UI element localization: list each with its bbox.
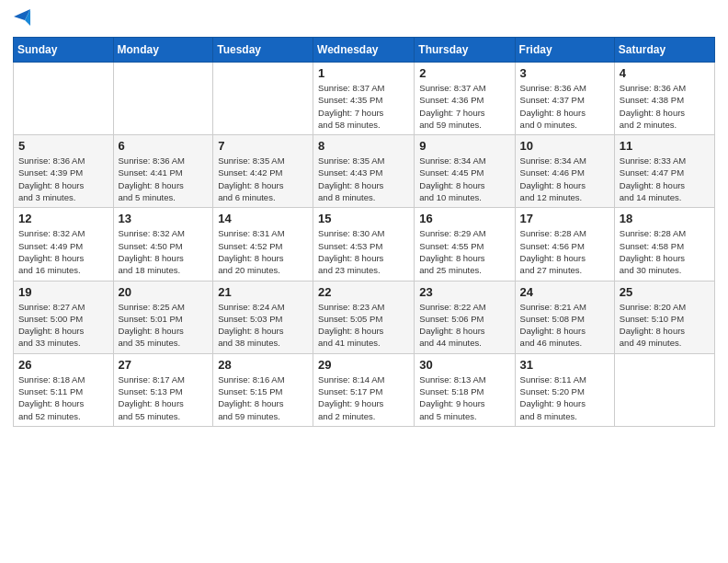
day-info: Sunrise: 8:35 AM Sunset: 4:43 PM Dayligh… (318, 155, 409, 203)
day-info: Sunrise: 8:32 AM Sunset: 4:50 PM Dayligh… (119, 227, 209, 276)
day-number: 24 (520, 285, 609, 299)
day-info: Sunrise: 8:28 AM Sunset: 4:56 PM Dayligh… (520, 227, 609, 276)
calendar-cell (14, 63, 114, 135)
day-number: 14 (218, 212, 308, 225)
day-number: 1 (318, 66, 409, 80)
day-number: 11 (620, 139, 710, 153)
day-number: 13 (119, 212, 209, 225)
calendar-cell: 13Sunrise: 8:32 AM Sunset: 4:50 PM Dayli… (113, 208, 213, 281)
day-number: 20 (119, 285, 209, 299)
calendar-cell: 25Sunrise: 8:20 AM Sunset: 5:10 PM Dayli… (614, 281, 714, 353)
day-info: Sunrise: 8:27 AM Sunset: 5:00 PM Dayligh… (18, 301, 108, 350)
day-of-week-header: Tuesday (213, 38, 313, 63)
day-info: Sunrise: 8:11 AM Sunset: 5:20 PM Dayligh… (520, 373, 609, 422)
day-number: 29 (318, 358, 409, 372)
day-info: Sunrise: 8:18 AM Sunset: 5:11 PM Dayligh… (18, 373, 108, 422)
day-info: Sunrise: 8:36 AM Sunset: 4:37 PM Dayligh… (520, 82, 609, 131)
calendar-cell: 8Sunrise: 8:35 AM Sunset: 4:43 PM Daylig… (313, 135, 415, 208)
day-info: Sunrise: 8:36 AM Sunset: 4:41 PM Dayligh… (119, 155, 209, 203)
calendar-table: SundayMondayTuesdayWednesdayThursdayFrid… (13, 37, 715, 427)
calendar-week-row: 12Sunrise: 8:32 AM Sunset: 4:49 PM Dayli… (14, 208, 715, 281)
day-info: Sunrise: 8:36 AM Sunset: 4:39 PM Dayligh… (18, 155, 108, 203)
calendar-cell: 15Sunrise: 8:30 AM Sunset: 4:53 PM Dayli… (313, 208, 415, 281)
day-number: 10 (520, 139, 609, 153)
day-info: Sunrise: 8:20 AM Sunset: 5:10 PM Dayligh… (620, 301, 710, 350)
day-number: 26 (18, 358, 108, 372)
day-number: 9 (419, 139, 509, 153)
day-number: 30 (419, 358, 509, 372)
day-info: Sunrise: 8:23 AM Sunset: 5:05 PM Dayligh… (318, 301, 409, 350)
day-info: Sunrise: 8:29 AM Sunset: 4:55 PM Dayligh… (419, 227, 509, 276)
calendar-cell: 11Sunrise: 8:33 AM Sunset: 4:47 PM Dayli… (614, 135, 714, 208)
day-number: 8 (318, 139, 409, 153)
calendar-cell: 4Sunrise: 8:36 AM Sunset: 4:38 PM Daylig… (614, 63, 714, 135)
calendar-cell: 27Sunrise: 8:17 AM Sunset: 5:13 PM Dayli… (113, 353, 213, 426)
calendar-cell: 28Sunrise: 8:16 AM Sunset: 5:15 PM Dayli… (213, 353, 313, 426)
calendar-cell: 6Sunrise: 8:36 AM Sunset: 4:41 PM Daylig… (113, 135, 213, 208)
day-info: Sunrise: 8:25 AM Sunset: 5:01 PM Dayligh… (119, 301, 209, 350)
day-number: 28 (218, 358, 308, 372)
day-number: 2 (419, 66, 509, 80)
calendar-cell: 30Sunrise: 8:13 AM Sunset: 5:18 PM Dayli… (415, 353, 515, 426)
logo-bird-icon (14, 9, 30, 29)
calendar-cell: 9Sunrise: 8:34 AM Sunset: 4:45 PM Daylig… (415, 135, 515, 208)
day-number: 15 (318, 212, 409, 225)
calendar-cell (614, 353, 714, 426)
day-number: 18 (620, 212, 710, 225)
day-info: Sunrise: 8:37 AM Sunset: 4:35 PM Dayligh… (318, 82, 409, 131)
day-info: Sunrise: 8:35 AM Sunset: 4:42 PM Dayligh… (218, 155, 308, 203)
day-info: Sunrise: 8:16 AM Sunset: 5:15 PM Dayligh… (218, 373, 308, 422)
calendar-week-row: 5Sunrise: 8:36 AM Sunset: 4:39 PM Daylig… (14, 135, 715, 208)
calendar-cell: 16Sunrise: 8:29 AM Sunset: 4:55 PM Dayli… (415, 208, 515, 281)
calendar-cell: 19Sunrise: 8:27 AM Sunset: 5:00 PM Dayli… (14, 281, 114, 353)
calendar-cell: 23Sunrise: 8:22 AM Sunset: 5:06 PM Dayli… (415, 281, 515, 353)
calendar-cell: 22Sunrise: 8:23 AM Sunset: 5:05 PM Dayli… (313, 281, 415, 353)
day-info: Sunrise: 8:30 AM Sunset: 4:53 PM Dayligh… (318, 227, 409, 276)
day-info: Sunrise: 8:37 AM Sunset: 4:36 PM Dayligh… (419, 82, 509, 131)
day-of-week-header: Monday (113, 38, 213, 63)
day-number: 23 (419, 285, 509, 299)
calendar-header-row: SundayMondayTuesdayWednesdayThursdayFrid… (14, 38, 715, 63)
calendar-cell: 29Sunrise: 8:14 AM Sunset: 5:17 PM Dayli… (313, 353, 415, 426)
day-number: 25 (620, 285, 710, 299)
calendar-cell: 3Sunrise: 8:36 AM Sunset: 4:37 PM Daylig… (515, 63, 614, 135)
calendar-cell: 20Sunrise: 8:25 AM Sunset: 5:01 PM Dayli… (113, 281, 213, 353)
calendar-cell: 12Sunrise: 8:32 AM Sunset: 4:49 PM Dayli… (14, 208, 114, 281)
day-of-week-header: Wednesday (313, 38, 415, 63)
day-number: 4 (620, 66, 710, 80)
calendar-week-row: 1Sunrise: 8:37 AM Sunset: 4:35 PM Daylig… (14, 63, 715, 135)
day-number: 7 (218, 139, 308, 153)
day-info: Sunrise: 8:28 AM Sunset: 4:58 PM Dayligh… (620, 227, 710, 276)
day-info: Sunrise: 8:31 AM Sunset: 4:52 PM Dayligh… (218, 227, 308, 276)
day-number: 6 (119, 139, 209, 153)
day-number: 5 (18, 139, 108, 153)
day-number: 21 (218, 285, 308, 299)
calendar-cell: 24Sunrise: 8:21 AM Sunset: 5:08 PM Dayli… (515, 281, 614, 353)
calendar-cell: 21Sunrise: 8:24 AM Sunset: 5:03 PM Dayli… (213, 281, 313, 353)
calendar-week-row: 26Sunrise: 8:18 AM Sunset: 5:11 PM Dayli… (14, 353, 715, 426)
day-number: 22 (318, 285, 409, 299)
day-number: 12 (18, 212, 108, 225)
day-info: Sunrise: 8:14 AM Sunset: 5:17 PM Dayligh… (318, 373, 409, 422)
calendar-cell (113, 63, 213, 135)
day-number: 3 (520, 66, 609, 80)
calendar-cell (213, 63, 313, 135)
calendar-cell: 1Sunrise: 8:37 AM Sunset: 4:35 PM Daylig… (313, 63, 415, 135)
day-number: 31 (520, 358, 609, 372)
day-info: Sunrise: 8:22 AM Sunset: 5:06 PM Dayligh… (419, 301, 509, 350)
day-info: Sunrise: 8:33 AM Sunset: 4:47 PM Dayligh… (620, 155, 710, 203)
logo (13, 9, 30, 31)
calendar-week-row: 19Sunrise: 8:27 AM Sunset: 5:00 PM Dayli… (14, 281, 715, 353)
calendar-cell: 18Sunrise: 8:28 AM Sunset: 4:58 PM Dayli… (614, 208, 714, 281)
day-info: Sunrise: 8:34 AM Sunset: 4:46 PM Dayligh… (520, 155, 609, 203)
calendar-cell: 14Sunrise: 8:31 AM Sunset: 4:52 PM Dayli… (213, 208, 313, 281)
calendar-cell: 5Sunrise: 8:36 AM Sunset: 4:39 PM Daylig… (14, 135, 114, 208)
day-number: 16 (419, 212, 509, 225)
calendar-cell: 26Sunrise: 8:18 AM Sunset: 5:11 PM Dayli… (14, 353, 114, 426)
calendar-cell: 31Sunrise: 8:11 AM Sunset: 5:20 PM Dayli… (515, 353, 614, 426)
day-info: Sunrise: 8:17 AM Sunset: 5:13 PM Dayligh… (119, 373, 209, 422)
header (13, 9, 715, 31)
day-info: Sunrise: 8:21 AM Sunset: 5:08 PM Dayligh… (520, 301, 609, 350)
calendar-cell: 17Sunrise: 8:28 AM Sunset: 4:56 PM Dayli… (515, 208, 614, 281)
day-number: 17 (520, 212, 609, 225)
